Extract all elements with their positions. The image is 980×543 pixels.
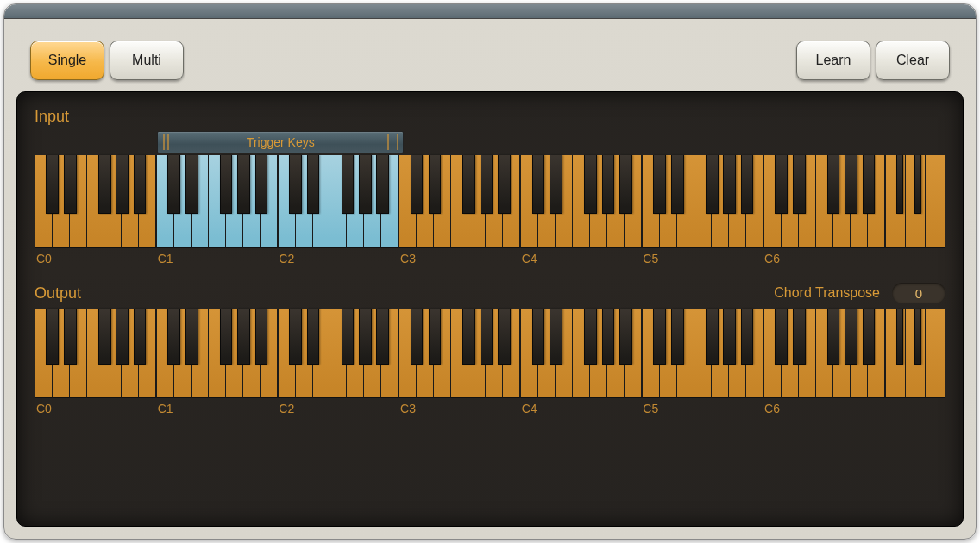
trigger-range-right-grip-icon[interactable] xyxy=(387,134,398,150)
trigger-range-left-grip-icon[interactable] xyxy=(163,134,173,150)
black-key[interactable] xyxy=(134,309,147,365)
black-key[interactable] xyxy=(237,155,250,214)
black-key[interactable] xyxy=(98,309,111,365)
black-key[interactable] xyxy=(237,309,250,365)
black-key[interactable] xyxy=(863,309,876,365)
black-key[interactable] xyxy=(481,155,493,214)
black-key[interactable] xyxy=(342,309,355,365)
black-key[interactable] xyxy=(827,155,840,214)
black-key[interactable] xyxy=(619,309,632,365)
chord-transpose-label: Chord Transpose xyxy=(774,285,880,301)
black-key[interactable] xyxy=(167,309,180,365)
black-key[interactable] xyxy=(429,155,442,214)
black-key[interactable] xyxy=(845,309,858,365)
chord-transpose-value[interactable]: 0 xyxy=(892,283,945,303)
mode-single-button[interactable]: Single xyxy=(30,41,104,80)
octave-label: C6 xyxy=(763,252,884,271)
black-key[interactable] xyxy=(914,155,921,214)
trigger-handle-track: Trigger Keys xyxy=(35,131,945,152)
black-key[interactable] xyxy=(359,309,372,365)
black-key[interactable] xyxy=(793,155,806,214)
black-key[interactable] xyxy=(98,155,111,214)
black-key[interactable] xyxy=(64,155,77,214)
octave-label: C0 xyxy=(35,252,156,271)
input-section-label: Input xyxy=(35,108,945,126)
learn-button[interactable]: Learn xyxy=(796,41,870,80)
white-key[interactable] xyxy=(926,155,945,248)
clear-button[interactable]: Clear xyxy=(876,41,950,80)
toolbar: Single Multi Learn Clear xyxy=(4,29,976,91)
black-key[interactable] xyxy=(289,309,302,365)
output-keyboard[interactable] xyxy=(35,309,945,398)
black-key[interactable] xyxy=(741,155,754,214)
black-key[interactable] xyxy=(532,309,545,365)
black-key[interactable] xyxy=(376,155,389,214)
black-key[interactable] xyxy=(46,309,59,365)
black-key[interactable] xyxy=(289,155,302,214)
black-key[interactable] xyxy=(706,309,719,365)
black-key[interactable] xyxy=(602,309,615,365)
black-key[interactable] xyxy=(845,155,858,214)
title-bar[interactable] xyxy=(4,4,976,19)
black-key[interactable] xyxy=(429,309,442,365)
black-key[interactable] xyxy=(602,155,615,214)
black-key[interactable] xyxy=(116,155,129,214)
black-key[interactable] xyxy=(550,155,562,214)
black-key[interactable] xyxy=(255,309,268,365)
black-key[interactable] xyxy=(723,309,736,365)
black-key[interactable] xyxy=(376,309,389,365)
black-key[interactable] xyxy=(116,309,129,365)
black-key[interactable] xyxy=(220,309,233,365)
black-key[interactable] xyxy=(307,155,320,214)
black-key[interactable] xyxy=(827,309,840,365)
black-key[interactable] xyxy=(411,309,424,365)
plugin-window: Single Multi Learn Clear Input Trigger K… xyxy=(3,3,977,540)
black-key[interactable] xyxy=(220,155,233,214)
black-key[interactable] xyxy=(741,309,754,365)
octave-label: C1 xyxy=(156,252,278,271)
black-key[interactable] xyxy=(775,309,788,365)
black-key[interactable] xyxy=(793,309,806,365)
black-key[interactable] xyxy=(706,155,719,214)
black-key[interactable] xyxy=(671,155,684,214)
black-key[interactable] xyxy=(481,309,493,365)
black-key[interactable] xyxy=(185,309,198,365)
black-key[interactable] xyxy=(498,309,511,365)
mode-button-group: Single Multi xyxy=(30,41,184,80)
black-key[interactable] xyxy=(185,155,198,214)
black-key[interactable] xyxy=(653,155,666,214)
black-key[interactable] xyxy=(671,309,684,365)
black-key[interactable] xyxy=(46,155,59,214)
white-key[interactable] xyxy=(926,309,945,398)
mode-multi-button[interactable]: Multi xyxy=(110,41,184,80)
black-key[interactable] xyxy=(307,309,320,365)
black-key[interactable] xyxy=(863,155,876,214)
output-section-label: Output xyxy=(35,284,81,303)
black-key[interactable] xyxy=(619,155,632,214)
black-key[interactable] xyxy=(896,309,903,365)
black-key[interactable] xyxy=(462,309,475,365)
black-key[interactable] xyxy=(723,155,736,214)
black-key[interactable] xyxy=(653,309,666,365)
black-key[interactable] xyxy=(584,155,597,214)
black-key[interactable] xyxy=(914,309,921,365)
black-key[interactable] xyxy=(255,155,268,214)
black-key[interactable] xyxy=(411,155,424,214)
black-key[interactable] xyxy=(896,155,903,214)
black-key[interactable] xyxy=(359,155,372,214)
black-key[interactable] xyxy=(64,309,77,365)
black-key[interactable] xyxy=(550,309,562,365)
black-key[interactable] xyxy=(342,155,355,214)
black-key[interactable] xyxy=(167,155,180,214)
chord-transpose-row: Chord Transpose 0 xyxy=(774,283,945,303)
black-key[interactable] xyxy=(134,155,147,214)
trigger-keys-range-handle[interactable]: Trigger Keys xyxy=(157,131,404,153)
input-keyboard[interactable] xyxy=(35,155,945,248)
black-key[interactable] xyxy=(584,309,597,365)
black-key[interactable] xyxy=(462,155,475,214)
black-key[interactable] xyxy=(775,155,788,214)
output-octave-labels: C0C1C2C3C4C5C6 xyxy=(35,402,945,421)
black-key[interactable] xyxy=(532,155,545,214)
octave-label: C5 xyxy=(641,402,763,421)
black-key[interactable] xyxy=(498,155,511,214)
